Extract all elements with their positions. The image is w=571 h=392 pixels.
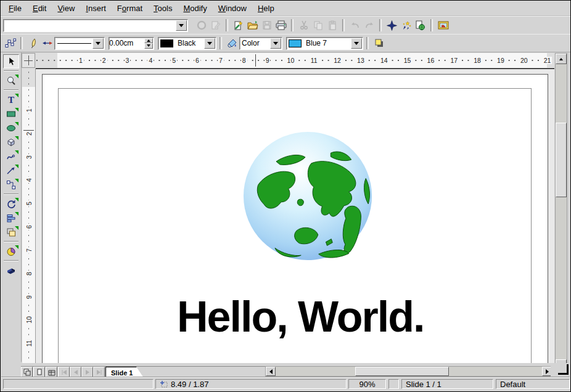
horizontal-scrollbar[interactable] xyxy=(265,366,553,377)
ruler-number: 21 xyxy=(543,57,553,64)
fill-color-value: Blue 7 xyxy=(304,39,327,47)
ruler-number: 6 xyxy=(194,57,200,64)
text-tool[interactable]: T xyxy=(3,92,19,107)
vertical-scrollbar[interactable] xyxy=(555,53,567,370)
menu-bar: FileEditViewInsertFormatToolsModifyWindo… xyxy=(1,1,570,16)
url-combobox[interactable] xyxy=(3,19,188,32)
url-dropdown-button[interactable] xyxy=(176,20,187,31)
menu-item[interactable]: File xyxy=(3,2,27,15)
position-icon xyxy=(160,380,168,388)
insert-tool[interactable] xyxy=(3,244,19,258)
gallery-icon[interactable] xyxy=(436,18,450,33)
zoom-tool[interactable] xyxy=(3,73,19,88)
fill-type-dropdown-button[interactable] xyxy=(270,38,281,49)
menu-item[interactable]: Insert xyxy=(80,2,112,15)
stop-icon xyxy=(194,18,208,33)
menu-item[interactable]: View xyxy=(52,2,80,15)
menu-item[interactable]: Window xyxy=(213,2,252,15)
vertical-scrollbar-thumb[interactable] xyxy=(556,123,567,197)
ruler-number: 2 xyxy=(25,131,33,137)
horizontal-scrollbar-thumb[interactable] xyxy=(355,367,449,376)
ruler-number: 2 xyxy=(101,57,107,64)
menu-item[interactable]: Modify xyxy=(178,2,212,15)
line-color-value: Black xyxy=(176,39,195,47)
ruler-number: 9 xyxy=(265,57,271,64)
line-style-dropdown-button[interactable] xyxy=(92,38,104,49)
drawing-canvas[interactable]: Hello, World. xyxy=(36,68,554,364)
edit-points-icon[interactable] xyxy=(3,36,17,51)
status-zoom-panel[interactable]: 90% xyxy=(348,379,386,389)
line-width-spinner[interactable]: 0.00cm xyxy=(109,37,154,50)
ruler-number: 14 xyxy=(379,57,389,64)
connector-tool[interactable] xyxy=(3,178,19,192)
navigator-icon[interactable] xyxy=(385,18,399,33)
fill-color-combobox[interactable]: Blue 7 xyxy=(286,37,363,50)
ruler-number: 15 xyxy=(403,57,413,64)
arrow-ends-icon[interactable] xyxy=(40,36,54,51)
scroll-up-button[interactable] xyxy=(556,54,567,64)
ruler-number: 1 xyxy=(25,107,33,113)
line-width-down-button[interactable] xyxy=(144,43,153,49)
paste-icon xyxy=(325,18,339,33)
globe-image[interactable] xyxy=(241,129,374,262)
ruler-number: 7 xyxy=(218,57,224,64)
rotate-tool[interactable] xyxy=(3,197,19,211)
hyperlink-icon[interactable] xyxy=(413,18,427,33)
line-color-swatch xyxy=(160,39,173,47)
select-tool[interactable] xyxy=(3,54,19,68)
status-bar: 8.49 / 1.87 90% Slide 1 / 1 Default xyxy=(1,377,570,391)
open-icon[interactable] xyxy=(245,18,260,33)
ellipse-tool[interactable] xyxy=(3,121,19,135)
ruler-number: 18 xyxy=(472,57,482,64)
copy-icon xyxy=(311,18,325,33)
menu-item[interactable]: Help xyxy=(252,2,280,15)
line-color-dropdown-button[interactable] xyxy=(204,38,215,49)
menu-item[interactable]: Edit xyxy=(27,2,52,15)
line-style-preview xyxy=(57,43,91,44)
vertical-cursor-marker xyxy=(23,130,34,131)
ruler-number: 17 xyxy=(449,57,459,64)
zoom-icon[interactable] xyxy=(399,18,413,33)
slide-page[interactable]: Hello, World. xyxy=(42,74,548,364)
fill-type-value: Color xyxy=(240,39,260,47)
shadow-icon[interactable] xyxy=(372,36,386,51)
line-width-up-button[interactable] xyxy=(144,38,153,44)
status-template-panel[interactable]: Default xyxy=(496,379,570,389)
fill-color-dropdown-button[interactable] xyxy=(351,38,362,49)
object-toolbar: 0.00cm Black Color Blue 7 xyxy=(1,34,570,52)
slide-tab-label: Slide 1 xyxy=(111,369,133,377)
ruler-number: 11 xyxy=(310,57,319,64)
function-toolbar xyxy=(1,16,570,35)
scroll-left-button[interactable] xyxy=(266,367,276,376)
3d-objects-tool[interactable] xyxy=(3,135,19,149)
ruler-number: 7 xyxy=(25,247,33,253)
line-width-value: 0.00cm xyxy=(109,39,133,47)
fill-type-combobox[interactable]: Color xyxy=(239,37,282,50)
vertical-ruler[interactable]: 123456789101112 xyxy=(22,68,36,363)
redo-icon xyxy=(362,18,376,33)
new-document-icon[interactable] xyxy=(231,18,245,33)
hello-world-text-object[interactable]: Hello, World. xyxy=(177,295,424,338)
curve-tool[interactable] xyxy=(3,149,19,163)
horizontal-ruler[interactable]: 123456789101112131415161718192021 xyxy=(36,53,554,68)
svg-text:T: T xyxy=(8,95,14,105)
fill-style-icon[interactable] xyxy=(225,36,239,51)
interaction-tool[interactable] xyxy=(3,263,19,277)
rectangle-tool[interactable] xyxy=(3,107,19,121)
template-name-value: Default xyxy=(500,380,525,389)
menu-item[interactable]: Tools xyxy=(148,2,178,15)
menu-item[interactable]: Format xyxy=(112,2,148,15)
edit-file-icon xyxy=(208,18,223,33)
ruler-number: 6 xyxy=(25,224,33,230)
ruler-number: 8 xyxy=(241,57,247,64)
print-icon[interactable] xyxy=(274,18,288,33)
status-slide-panel[interactable]: Slide 1 / 1 xyxy=(401,379,493,389)
line-color-combobox[interactable]: Black xyxy=(158,37,216,50)
ruler-number: 3 xyxy=(25,154,33,160)
line-style-combobox[interactable] xyxy=(54,37,105,50)
arrange-tool[interactable] xyxy=(3,225,19,239)
alignment-tool[interactable] xyxy=(3,211,19,225)
pen-icon[interactable] xyxy=(26,36,40,51)
ruler-origin-box[interactable] xyxy=(22,53,35,68)
lines-arrows-tool[interactable] xyxy=(3,163,19,178)
